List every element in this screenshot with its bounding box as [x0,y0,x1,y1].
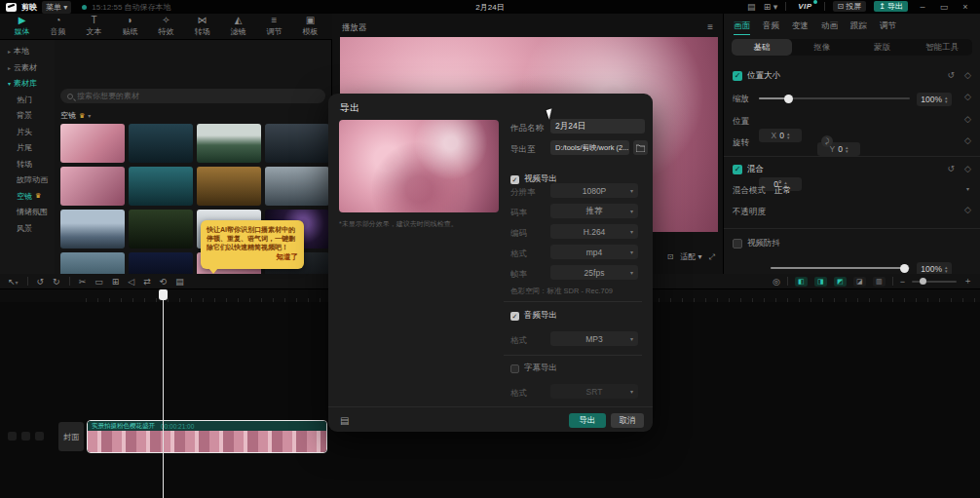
format-select[interactable]: mp4▾ [550,245,638,259]
close-icon[interactable]: × [959,2,972,12]
audio-format-select[interactable]: MP3▾ [550,331,638,346]
framerate-select[interactable]: 25fps▾ [550,265,638,280]
path-input[interactable]: D:/tools/剪映/work (2... [550,140,629,155]
freeze-frame-icon[interactable]: ⊞ [112,277,120,287]
blend-checkbox[interactable]: ✓ [733,165,742,174]
panels-dropdown-icon[interactable]: ⊞ ▾ [764,2,778,12]
tab-speed[interactable]: 变速 [792,20,809,35]
restore-icon[interactable]: ▭ [937,2,951,12]
keyframe-icon[interactable]: ◇ [964,205,971,214]
player-menu-icon[interactable]: ≡ [707,21,713,32]
category-glitch[interactable]: 故障动画 [8,174,55,185]
nav-asset-library[interactable]: ▾素材库 [8,78,55,89]
track-mute-icon[interactable] [21,432,30,441]
media-thumb[interactable] [265,124,329,163]
delete-icon[interactable]: ▭ [94,277,103,287]
fit-dropdown[interactable]: 适配 ▾ [680,251,701,262]
search-bar[interactable] [60,89,325,103]
keyframe-icon[interactable]: ◇ [964,70,971,80]
track-toggle-icon[interactable] [8,432,17,441]
crop-icon[interactable]: ▤ [175,277,184,287]
browse-folder-button[interactable] [633,140,648,155]
opacity-slider-knob[interactable] [900,264,909,273]
cover-button[interactable]: 封面 [58,422,84,451]
ribbon-tab-template[interactable]: ▣模板 [292,16,328,37]
layout-icon[interactable]: ▤ [747,2,756,12]
audio-export-checkbox[interactable]: ✓ [510,312,519,321]
preview-axis-toggle-icon[interactable]: ◪ [853,277,866,287]
media-thumb[interactable] [197,124,261,163]
tab-tracking[interactable]: 跟踪 [850,20,867,35]
ribbon-tab-transition[interactable]: ⋈转场 [184,16,220,37]
subtab-basic[interactable]: 基础 [732,39,792,56]
keyframe-icon[interactable]: ◇ [964,92,971,101]
keyframe-icon[interactable]: ◇ [964,114,971,124]
split-icon[interactable]: ✂ [79,277,87,287]
redo-icon[interactable]: ↻ [53,277,60,287]
track-lock-icon[interactable] [35,432,44,441]
media-thumb[interactable] [129,124,193,163]
reset-icon[interactable]: ↺ [948,70,956,80]
playhead-handle[interactable] [159,289,168,300]
ratio-icon[interactable]: ⊡ [667,252,674,261]
cancel-button[interactable]: 取消 [611,413,644,428]
video-clip[interactable]: 实景拍摄粉色樱花盛开 00:00:21:00 [87,420,327,453]
magnet-toggle-icon[interactable]: ◧ [795,277,808,287]
minimize-icon[interactable]: – [916,2,929,12]
rotate-dial-icon[interactable]: ⤸ [821,135,833,147]
nav-local[interactable]: ▸本地 [8,46,55,57]
category-intro[interactable]: 片头 [8,127,55,137]
media-thumb[interactable] [60,210,125,249]
subtab-mask[interactable]: 蒙版 [852,39,913,56]
zoom-out-icon[interactable]: − [900,277,905,287]
blend-mode-dropdown[interactable]: 正常 ▾ [774,185,969,197]
category-mood[interactable]: 情绪氛围 [8,207,55,217]
undo-icon[interactable]: ↺ [37,277,45,287]
category-scenery[interactable]: 风景 [8,223,55,234]
opacity-value-box[interactable]: 100%▴▾ [917,262,952,274]
bitrate-select[interactable]: 推荐▾ [550,204,638,218]
tab-adjust[interactable]: 调节 [880,20,896,35]
scale-value-box[interactable]: 100%▴▾ [917,93,952,106]
stabilize-checkbox[interactable]: ✓ [733,239,742,249]
subtitle-format-select[interactable]: SRT▾ [550,384,638,399]
ribbon-tab-sticker[interactable]: ◗贴纸 [112,16,148,37]
ribbon-tab-text[interactable]: T文本 [76,16,112,37]
ribbon-tab-audio[interactable]: ◔音频 [40,16,76,37]
vip-badge[interactable]: VIP [794,2,815,11]
media-thumb[interactable] [60,124,125,163]
tip-dismiss-button[interactable]: 知道了 [207,252,298,262]
category-outro[interactable]: 片尾 [8,142,55,153]
playhead[interactable] [163,289,164,498]
publish-icon[interactable]: ▤ [340,415,349,426]
media-thumb[interactable]: ↓ [60,252,125,274]
ribbon-tab-adjust[interactable]: ≡调节 [256,16,292,37]
name-input[interactable]: 2月24日 [550,119,645,134]
reverse-icon[interactable]: ◁ [128,277,134,287]
media-thumb[interactable] [197,167,261,206]
resolution-select[interactable]: 1080P▾ [550,183,638,198]
nav-cloud[interactable]: ▸云素材 [8,62,55,73]
media-thumb[interactable] [60,167,125,206]
search-input[interactable] [77,92,291,100]
ribbon-tab-filter[interactable]: ◭滤镜 [220,16,256,37]
tab-audio[interactable]: 音频 [763,20,779,35]
fullscreen-icon[interactable]: ⤢ [709,252,715,262]
export-confirm-button[interactable]: 导出 [569,413,606,428]
link-toggle-icon[interactable]: ◩ [834,277,847,287]
subtab-smart-tools[interactable]: 智能工具 [912,39,972,56]
timeline-zoom-slider[interactable] [912,281,957,283]
media-thumb[interactable] [129,252,193,274]
scale-slider[interactable] [759,97,910,99]
fit-timeline-toggle-icon[interactable]: ▥ [873,277,886,287]
category-background[interactable]: 背景 [8,110,55,121]
rotate-clip-icon[interactable]: ⟲ [160,277,168,287]
select-tool-icon[interactable]: ↖▾ [8,277,19,287]
cast-button[interactable]: ⊡投屏 [833,1,867,12]
media-thumb[interactable] [265,167,329,206]
media-thumb[interactable] [129,210,193,249]
category-transition[interactable]: 转场 [8,159,55,170]
snap-toggle-icon[interactable]: ◨ [814,277,827,287]
position-size-checkbox[interactable]: ✓ [733,71,742,81]
scale-slider-knob[interactable] [784,95,793,103]
